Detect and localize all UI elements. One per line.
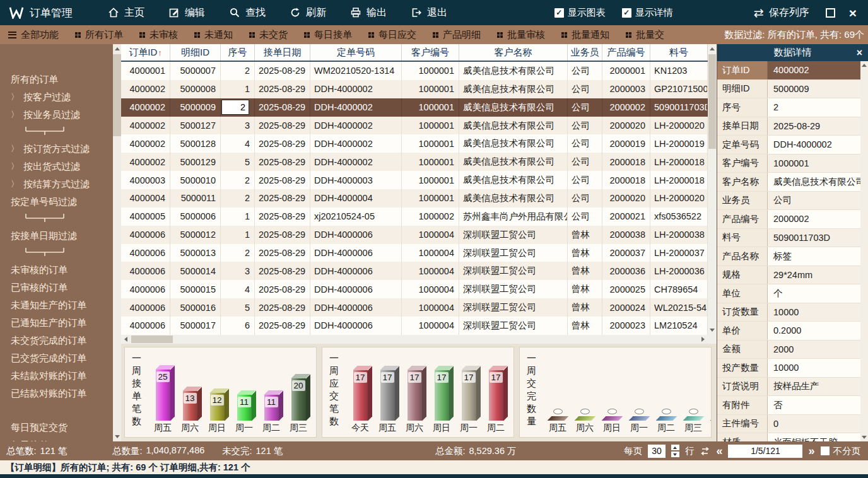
toolbar-item-10[interactable]: 批量交 bbox=[618, 29, 672, 41]
table-cell[interactable]: 1 bbox=[221, 207, 255, 226]
column-header-8[interactable]: 产品编号 bbox=[602, 44, 650, 61]
table-cell[interactable]: 深圳联盟工贸公司 bbox=[459, 317, 568, 335]
table-row[interactable]: 4000003500001022025-08-29DDH-40000031000… bbox=[121, 171, 708, 189]
table-cell[interactable]: 1000004 bbox=[402, 262, 459, 280]
table-cell[interactable]: 5000016 bbox=[170, 298, 221, 317]
table-cell[interactable]: 6 bbox=[221, 317, 255, 335]
page-indicator-input[interactable]: 1/5/121 bbox=[728, 445, 802, 458]
detail-row[interactable]: 单价0.2000 bbox=[717, 322, 860, 341]
table-cell[interactable]: DDH-4000002 bbox=[310, 117, 402, 135]
table-cell[interactable]: WL20215-54 bbox=[650, 298, 708, 317]
detail-field-value[interactable]: 0.2000 bbox=[768, 322, 860, 340]
detail-row[interactable]: 规格29*24mm bbox=[717, 266, 860, 285]
prev-page-button[interactable]: « bbox=[716, 445, 722, 457]
table-cell[interactable]: 2000019 bbox=[602, 134, 650, 153]
table-cell[interactable]: 威美信息技术有限公司 bbox=[459, 189, 568, 207]
sidebar-item-15[interactable]: 未交货完成的订单 bbox=[0, 332, 121, 349]
table-row[interactable]: 4000002500012952025-08-29DDH-40000021000… bbox=[121, 153, 708, 171]
table-cell[interactable]: 5000008 bbox=[170, 80, 221, 98]
table-row[interactable]: 4000006500001212025-08-29DDH-40000061000… bbox=[121, 226, 708, 244]
detail-field-value[interactable]: 公司 bbox=[768, 192, 860, 210]
detail-field-value[interactable]: 个 bbox=[768, 284, 860, 303]
table-row[interactable]: 4000004500001122025-08-29DDH-40000041000… bbox=[121, 189, 708, 207]
table-cell[interactable]: WM20210520-1314 bbox=[310, 62, 402, 80]
table-cell[interactable]: GP210715008 bbox=[650, 80, 708, 98]
table-cell[interactable]: 1000001 bbox=[402, 117, 459, 135]
table-cell[interactable]: 4000003 bbox=[121, 171, 170, 189]
table-cell[interactable]: DDH-4000003 bbox=[310, 171, 402, 189]
sidebar-item-13[interactable]: 未通知生产的订单 bbox=[0, 296, 121, 314]
toolbar-item-4[interactable]: 未交货 bbox=[241, 29, 296, 41]
table-cell[interactable]: 曾林 bbox=[568, 244, 602, 262]
column-header-5[interactable]: 客户编号 bbox=[402, 44, 459, 61]
table-cell[interactable]: 2025-08-29 bbox=[255, 189, 310, 207]
next-page-button[interactable]: » bbox=[808, 445, 814, 457]
table-cell[interactable]: 威美信息技术有限公司 bbox=[459, 80, 568, 98]
table-row[interactable]: 4000005500000612025-08-29xj20210524-0510… bbox=[121, 207, 708, 226]
sidebar-item-20[interactable]: 每日预定交货 bbox=[0, 419, 121, 436]
detail-field-value[interactable]: 否 bbox=[768, 396, 860, 414]
sidebar-item-6[interactable]: 〉按结算方式过滤 bbox=[0, 175, 121, 193]
table-cell[interactable]: 1 bbox=[221, 80, 255, 98]
table-row[interactable]: 4000002500012842025-08-29DDH-40000021000… bbox=[121, 134, 708, 153]
toolbar-item-9[interactable]: 批量通知 bbox=[553, 29, 618, 41]
table-cell[interactable]: 2000018 bbox=[602, 153, 650, 171]
sidebar-item-2[interactable]: 〉按业务员过滤 bbox=[0, 106, 121, 124]
menu-exit[interactable]: 退出 bbox=[411, 6, 447, 20]
table-cell[interactable]: 4000006 bbox=[121, 244, 170, 262]
menu-edit[interactable]: 编辑 bbox=[168, 6, 205, 20]
table-cell[interactable]: LH-2000036 bbox=[650, 262, 708, 280]
reload-page-icon[interactable] bbox=[700, 446, 710, 456]
table-cell[interactable]: CH789654 bbox=[650, 280, 708, 298]
detail-scrollbar[interactable] bbox=[860, 61, 868, 441]
table-cell[interactable]: 4000006 bbox=[121, 262, 170, 280]
table-cell[interactable]: 2025-08-29 bbox=[255, 98, 310, 117]
sidebar-item-5[interactable]: 〉按出货式过滤 bbox=[0, 158, 121, 175]
table-row[interactable]: 4000006500001762025-08-29DDH-40000061000… bbox=[121, 317, 708, 335]
toolbar-item-3[interactable]: 未通知 bbox=[186, 29, 241, 41]
table-cell[interactable]: 1 bbox=[221, 226, 255, 244]
table-cell[interactable]: 公司 bbox=[568, 153, 602, 171]
scroll-up-arrow-icon[interactable] bbox=[862, 64, 867, 67]
detail-row[interactable]: 订货说明按样品生产 bbox=[717, 378, 860, 397]
detail-field-value[interactable]: 5000009 bbox=[768, 80, 860, 98]
table-cell[interactable]: DDH-4000002 bbox=[310, 98, 402, 117]
table-cell[interactable]: LH-2000020 bbox=[650, 189, 708, 207]
sidebar-item-12[interactable]: 已审核的订单 bbox=[0, 279, 121, 296]
sidebar-item-21[interactable]: 每日接单 bbox=[0, 436, 121, 441]
table-cell[interactable]: DDH-4000002 bbox=[310, 80, 402, 98]
detail-field-value[interactable]: 威美信息技术有限公司 bbox=[768, 173, 860, 191]
scroll-right-arrow-icon[interactable] bbox=[701, 337, 705, 342]
table-cell[interactable]: 1000004 bbox=[402, 244, 459, 262]
table-cell[interactable]: DDH-4000006 bbox=[310, 244, 402, 262]
table-cell[interactable]: 威美信息技术有限公司 bbox=[459, 171, 568, 189]
table-cell[interactable]: 4 bbox=[221, 134, 255, 153]
detail-field-value[interactable]: 10000 bbox=[768, 359, 860, 377]
table-cell[interactable]: 5000017 bbox=[170, 317, 221, 335]
close-button[interactable]: × bbox=[849, 6, 857, 20]
detail-field-value[interactable]: 1000001 bbox=[768, 154, 860, 173]
table-cell[interactable]: DDH-4000004 bbox=[310, 189, 402, 207]
table-cell[interactable]: LH-2000038 bbox=[650, 226, 708, 244]
detail-row[interactable]: 订单ID4000002 bbox=[717, 61, 860, 80]
detail-row[interactable]: 客户编号1000001 bbox=[717, 154, 860, 173]
table-cell[interactable]: 1000001 bbox=[402, 189, 459, 207]
table-cell[interactable]: DDH-4000002 bbox=[310, 134, 402, 153]
save-column-order-button[interactable]: ⇄ 保存列序 bbox=[754, 6, 809, 20]
table-cell[interactable]: 深圳联盟工贸公司 bbox=[459, 298, 568, 317]
table-cell[interactable]: 威美信息技术有限公司 bbox=[459, 62, 568, 80]
table-row[interactable]: 4000006500001652025-08-29DDH-40000061000… bbox=[121, 298, 708, 317]
table-cell[interactable]: 5090011703D bbox=[650, 98, 708, 117]
table-cell[interactable]: 公司 bbox=[568, 80, 602, 98]
detail-row[interactable]: 序号2 bbox=[717, 98, 860, 117]
table-cell[interactable]: 1000002 bbox=[402, 207, 459, 226]
table-cell[interactable]: 4000005 bbox=[121, 207, 170, 226]
table-cell[interactable]: 4000002 bbox=[121, 98, 170, 117]
table-cell[interactable]: 深圳联盟工贸公司 bbox=[459, 280, 568, 298]
column-header-7[interactable]: 业务员 bbox=[568, 44, 602, 61]
table-cell[interactable]: 2000020 bbox=[602, 117, 650, 135]
table-cell[interactable]: LH-2000018 bbox=[650, 153, 708, 171]
detail-row[interactable]: 料号5090011703D bbox=[717, 229, 860, 248]
table-cell[interactable]: 5000015 bbox=[170, 280, 221, 298]
table-cell[interactable]: 4000004 bbox=[121, 189, 170, 207]
